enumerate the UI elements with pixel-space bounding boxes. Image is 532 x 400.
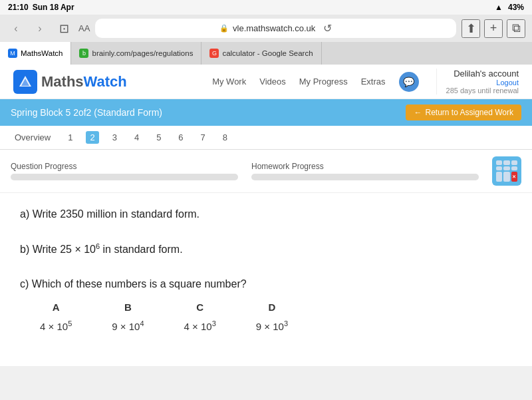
calculator-icon: ✕ — [492, 156, 521, 186]
reader-icon: ⊡ — [55, 19, 73, 38]
reload-button[interactable]: ↺ — [323, 22, 332, 35]
calculator-icon-area[interactable]: ✕ — [492, 156, 521, 186]
calc-key — [496, 166, 502, 171]
mcq-value-a: 4 × 105 — [40, 318, 72, 335]
homework-progress-bar-bg — [251, 174, 479, 180]
tabs-button[interactable]: ⧉ — [507, 19, 525, 38]
calc-key — [511, 160, 517, 165]
tab-google[interactable]: G calculator - Google Search — [201, 42, 321, 65]
progress-section: Question Progress Homework Progress ✕ — [0, 150, 532, 193]
question-b: b) Write 25 × 106 in standard form. — [20, 241, 512, 258]
wifi-icon: ▲ — [495, 3, 503, 12]
question-c-text: c) Which of these numbers is a square nu… — [20, 278, 247, 290]
homework-progress-block: Homework Progress — [251, 162, 479, 180]
account-renewal-msg: 285 days until renewal — [446, 87, 519, 95]
calc-key — [511, 166, 517, 171]
account-name[interactable]: Delilah's account — [454, 69, 519, 79]
mcq-letter-b: B — [124, 300, 132, 315]
mcq-value-c: 4 × 103 — [184, 318, 216, 335]
battery-level: 43% — [508, 3, 524, 12]
q-nav-4[interactable]: 4 — [130, 131, 143, 144]
nav-extras[interactable]: Extras — [361, 77, 386, 87]
calc-key — [503, 172, 509, 182]
question-progress-bar-bg — [11, 174, 238, 180]
question-b-text: b) Write 25 × 10 — [20, 244, 96, 255]
forward-button[interactable]: › — [31, 19, 49, 38]
q-nav-overview[interactable]: Overview — [11, 131, 55, 144]
question-a-text: a) Write 2350 million in standard form. — [20, 208, 200, 220]
account-area: Delilah's account Logout 285 days until … — [436, 69, 519, 95]
q-nav-3[interactable]: 3 — [108, 131, 121, 144]
tabs-bar: M MathsWatch b brainly.com/pages/regulat… — [0, 42, 532, 65]
mcq-options: A 4 × 105 B 9 × 104 C 4 × 103 — [20, 300, 512, 334]
question-nav: Overview 1 2 3 4 5 6 7 8 — [0, 126, 532, 150]
return-arrow-icon: ← — [414, 108, 422, 117]
calc-red-key: ✕ — [511, 172, 517, 182]
homework-progress-label: Homework Progress — [251, 162, 479, 171]
mcq-letter-a: A — [53, 300, 60, 315]
q-nav-1[interactable]: 1 — [64, 131, 76, 144]
chat-icon: 💬 — [399, 72, 419, 92]
tab-favicon-mathswatch: M — [8, 49, 17, 58]
logo-icon — [13, 70, 37, 94]
return-btn-label: Return to Assigned Work — [425, 108, 513, 117]
block-title: Spring Block 5 2of2 (Standard Form) — [11, 107, 162, 118]
mcq-option-d[interactable]: D 9 × 103 — [256, 300, 288, 334]
logout-link[interactable]: Logout — [496, 79, 519, 87]
back-button[interactable]: ‹ — [7, 19, 25, 38]
tab-favicon-google: G — [209, 49, 219, 58]
tab-label-brainly: brainly.com/pages/regulations — [92, 49, 193, 57]
question-progress-block: Question Progress — [11, 162, 238, 180]
mcq-option-a[interactable]: A 4 × 105 — [40, 300, 72, 334]
question-c: c) Which of these numbers is a square nu… — [20, 276, 512, 334]
calc-key — [503, 160, 509, 165]
status-time: 21:10 — [8, 3, 29, 12]
mcq-value-b: 9 × 104 — [112, 318, 144, 335]
browser-actions: ⬆ + ⧉ — [462, 19, 525, 38]
tab-mathswatch[interactable]: M MathsWatch — [0, 42, 71, 65]
return-to-assigned-work-button[interactable]: ← Return to Assigned Work — [406, 104, 521, 120]
tab-label-google: calculator - Google Search — [222, 49, 313, 57]
status-bar: 21:10 Sun 18 Apr ▲ 43% — [0, 0, 532, 15]
tab-brainly[interactable]: b brainly.com/pages/regulations — [71, 42, 201, 65]
nav-my-progress[interactable]: My Progress — [299, 77, 348, 87]
questions-area: a) Write 2350 million in standard form. … — [0, 193, 532, 366]
calc-key — [503, 166, 509, 171]
lock-icon: 🔒 — [219, 24, 229, 33]
logo-text: MathsWatch — [41, 73, 127, 91]
q-nav-6[interactable]: 6 — [174, 131, 187, 144]
logo: MathsWatch — [13, 70, 127, 94]
url-text: vle.mathswatch.co.uk — [233, 23, 315, 33]
mcq-option-b[interactable]: B 9 × 104 — [112, 300, 144, 334]
nav-links: My Work Videos My Progress Extras 💬 Deli… — [212, 69, 519, 95]
mcq-option-c[interactable]: C 4 × 103 — [184, 300, 216, 334]
q-nav-7[interactable]: 7 — [197, 131, 209, 144]
text-size-button[interactable]: AA — [78, 23, 90, 33]
q-nav-2[interactable]: 2 — [86, 131, 98, 144]
tab-favicon-brainly: b — [79, 49, 88, 58]
question-b-text-after: in standard form. — [100, 244, 183, 255]
q-nav-5[interactable]: 5 — [152, 131, 165, 144]
status-date: Sun 18 Apr — [33, 3, 74, 12]
question-progress-label: Question Progress — [11, 162, 238, 171]
nav-my-work[interactable]: My Work — [212, 77, 246, 87]
calc-key — [496, 172, 502, 182]
share-button[interactable]: ⬆ — [462, 19, 480, 38]
browser-chrome: ‹ › ⊡ AA 🔒 vle.mathswatch.co.uk ↺ ⬆ + ⧉ — [0, 15, 532, 42]
address-bar[interactable]: 🔒 vle.mathswatch.co.uk ↺ — [95, 19, 456, 38]
mcq-value-d: 9 × 103 — [256, 318, 288, 335]
nav-videos[interactable]: Videos — [259, 77, 286, 87]
content-area: Spring Block 5 2of2 (Standard Form) ← Re… — [0, 99, 532, 366]
block-header: Spring Block 5 2of2 (Standard Form) ← Re… — [0, 99, 532, 126]
site-navbar: MathsWatch My Work Videos My Progress Ex… — [0, 65, 532, 99]
add-tab-button[interactable]: + — [484, 19, 503, 38]
mcq-letter-d: D — [268, 300, 275, 315]
mcq-letter-c: C — [196, 300, 203, 315]
question-a: a) Write 2350 million in standard form. — [20, 206, 512, 222]
logo-maths: Maths — [41, 73, 84, 90]
calc-key — [496, 160, 502, 165]
logo-watch: Watch — [84, 73, 127, 90]
q-nav-8[interactable]: 8 — [219, 131, 231, 144]
tab-label-mathswatch: MathsWatch — [21, 49, 63, 57]
